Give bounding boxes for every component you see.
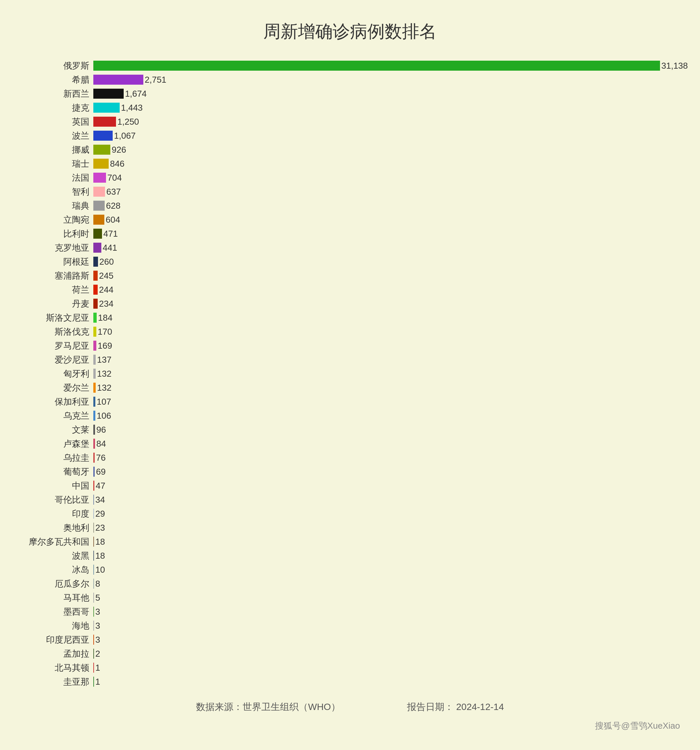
- bar-fill: [93, 117, 116, 127]
- bar-row: 匈牙利132: [20, 368, 680, 379]
- bar-value-label: 132: [97, 369, 111, 379]
- data-source: 数据来源：世界卫生组织（WHO）: [196, 701, 340, 713]
- report-date: 报告日期： 2024-12-14: [407, 701, 504, 713]
- bar-row: 葡萄牙69: [20, 466, 680, 477]
- bar-row: 文莱96: [20, 424, 680, 435]
- bar-wrapper: 1,443: [93, 103, 680, 113]
- bar-row: 法国704: [20, 172, 680, 183]
- bar-fill: [93, 173, 106, 183]
- bar-label: 捷克: [20, 102, 93, 114]
- bar-wrapper: 69: [93, 467, 680, 477]
- bar-wrapper: 1,250: [93, 117, 680, 127]
- bar-row: 厄瓜多尔8: [20, 578, 680, 589]
- bar-row: 波黑18: [20, 550, 680, 561]
- bar-row: 罗马尼亚169: [20, 340, 680, 351]
- bar-fill: [93, 201, 105, 211]
- bar-row: 阿根廷260: [20, 256, 680, 267]
- bar-label: 文莱: [20, 424, 93, 436]
- bar-wrapper: 637: [93, 187, 680, 197]
- bar-label: 阿根廷: [20, 256, 93, 267]
- bar-fill: [93, 215, 104, 225]
- bar-wrapper: 2,751: [93, 75, 680, 85]
- watermark: 搜狐号@雪鸮XueXiao: [20, 720, 680, 732]
- bar-value-label: 628: [106, 201, 120, 211]
- bar-fill: [93, 439, 95, 449]
- bar-wrapper: 1: [93, 663, 680, 673]
- bar-row: 北马其顿1: [20, 662, 680, 673]
- bar-wrapper: 244: [93, 285, 680, 295]
- bar-fill: [93, 270, 98, 281]
- bar-row: 克罗地亚441: [20, 242, 680, 254]
- bar-value-label: 2: [95, 649, 100, 659]
- bar-value-label: 3: [95, 607, 100, 617]
- bar-row: 瑞士846: [20, 158, 680, 169]
- bar-row: 斯洛文尼亚184: [20, 312, 680, 323]
- bar-fill: [93, 607, 94, 617]
- bar-wrapper: 234: [93, 299, 680, 309]
- bar-row: 荷兰244: [20, 284, 680, 295]
- bar-fill: [93, 61, 660, 71]
- bar-row: 哥伦比亚34: [20, 494, 680, 505]
- bar-label: 瑞士: [20, 158, 93, 170]
- bar-label: 哥伦比亚: [20, 494, 93, 506]
- bar-value-label: 1: [95, 677, 100, 687]
- bar-label: 卢森堡: [20, 438, 93, 450]
- bar-row: 波兰1,067: [20, 130, 680, 141]
- bar-label: 圭亚那: [20, 676, 93, 688]
- bar-label: 马耳他: [20, 592, 93, 604]
- bar-wrapper: 34: [93, 495, 680, 505]
- bar-label: 新西兰: [20, 88, 93, 100]
- bar-wrapper: 260: [93, 257, 680, 267]
- bar-row: 挪威926: [20, 144, 680, 155]
- bar-fill: [93, 89, 124, 99]
- bar-row: 卢森堡84: [20, 438, 680, 449]
- bar-fill: [93, 341, 96, 351]
- bar-row: 新西兰1,674: [20, 88, 680, 99]
- bar-wrapper: 184: [93, 313, 680, 323]
- bar-row: 中国47: [20, 480, 680, 491]
- bar-wrapper: 471: [93, 229, 680, 239]
- bar-row: 英国1,250: [20, 116, 680, 128]
- bar-wrapper: 107: [93, 397, 680, 407]
- bar-value-label: 1,674: [125, 89, 147, 99]
- bar-value-label: 1,250: [117, 117, 139, 127]
- bar-value-label: 1,443: [121, 103, 143, 113]
- bar-label: 斯洛文尼亚: [20, 312, 93, 324]
- bar-fill: [93, 355, 96, 365]
- bar-row: 乌拉圭76: [20, 452, 680, 463]
- bar-value-label: 10: [95, 565, 105, 575]
- bar-fill: [93, 75, 143, 85]
- bar-fill: [93, 635, 94, 645]
- bar-wrapper: 704: [93, 173, 680, 183]
- bar-row: 比利时471: [20, 228, 680, 239]
- bar-label: 爱尔兰: [20, 382, 93, 393]
- bar-wrapper: 926: [93, 144, 680, 155]
- bar-value-label: 69: [96, 467, 106, 477]
- bar-wrapper: 84: [93, 439, 680, 449]
- bar-row: 印度29: [20, 508, 680, 519]
- bar-label: 立陶宛: [20, 214, 93, 226]
- bar-value-label: 5: [95, 593, 100, 603]
- bar-fill: [93, 579, 94, 589]
- bar-label: 印度尼西亚: [20, 634, 93, 645]
- bar-label: 斯洛伐克: [20, 326, 93, 338]
- bar-value-label: 106: [97, 411, 111, 421]
- bar-label: 墨西哥: [20, 606, 93, 618]
- bar-wrapper: 3: [93, 621, 680, 631]
- bar-row: 印度尼西亚3: [20, 634, 680, 645]
- bar-label: 塞浦路斯: [20, 270, 93, 282]
- bar-fill: [93, 495, 94, 505]
- bar-wrapper: 31,138: [93, 61, 688, 71]
- bar-fill: [93, 313, 97, 323]
- bar-label: 智利: [20, 186, 93, 198]
- bar-fill: [93, 159, 109, 169]
- bar-label: 匈牙利: [20, 368, 93, 380]
- bar-row: 冰岛10: [20, 564, 680, 575]
- bar-value-label: 184: [98, 313, 112, 323]
- bar-row: 斯洛伐克170: [20, 326, 680, 337]
- bar-fill: [93, 327, 96, 337]
- bar-value-label: 34: [95, 495, 105, 505]
- bar-row: 乌克兰106: [20, 410, 680, 421]
- bar-label: 希腊: [20, 74, 93, 86]
- footer: 数据来源：世界卫生组织（WHO） 报告日期： 2024-12-14: [20, 701, 680, 713]
